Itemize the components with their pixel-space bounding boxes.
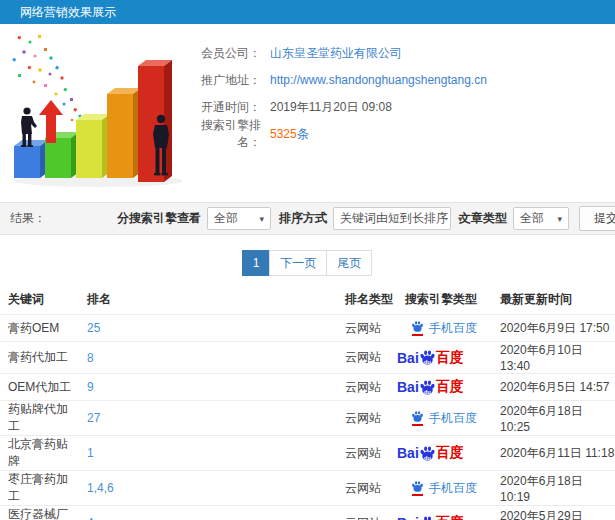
baidu-logo: Bai du 百度 <box>397 378 464 396</box>
updated-time-cell: 2020年6月18日 10:25 <box>492 401 615 436</box>
rank-cell[interactable]: 27 <box>79 401 337 436</box>
3d-bar-chart-illustration <box>4 30 182 190</box>
seo-rank-suffix: 条 <box>297 127 309 141</box>
field-promo-url: 推广地址： http://www.shandonghuangshengtang.… <box>185 67 615 93</box>
mobile-baidu-label: 手机百度 <box>429 410 477 427</box>
baidu-logo-cn-text: 百度 <box>436 349 464 367</box>
engine-type-cell: Bai du 百度 手机百度 <box>397 342 492 374</box>
header-updated: 最新更新时间 <box>492 285 615 315</box>
mobile-baidu-logo: 手机百度 <box>397 320 477 337</box>
page-number-current[interactable]: 1 <box>242 250 271 276</box>
rank-type-cell: 云网站 <box>337 342 397 374</box>
engine-filter-select[interactable]: 全部 ▾ <box>207 207 271 230</box>
baidu-paw-icon: du <box>419 515 436 520</box>
baidu-logo-du-text: du <box>424 359 431 365</box>
baidu-logo: Bai du 百度 <box>397 349 464 367</box>
engine-type-cell: Bai du 百度 手机百度 <box>397 471 492 506</box>
keyword-ranking-table: 关键词 排名 排名类型 搜索引擎类型 最新更新时间 膏药OEM 25 云网站 B… <box>0 285 615 520</box>
table-row: 膏药OEM 25 云网站 Bai du 百度 手机百度 2020年6月9日 17… <box>0 315 615 342</box>
keyword-cell: 北京膏药贴牌 <box>0 436 79 471</box>
mobile-baidu-paw-icon <box>411 410 424 426</box>
header-engine-type: 搜索引擎类型 <box>397 285 492 315</box>
keyword-cell: 枣庄膏药加工 <box>0 471 79 506</box>
sort-filter-label: 排序方式 <box>279 210 327 227</box>
submit-button[interactable]: 提交 <box>579 206 615 231</box>
rank-type-cell: 云网站 <box>337 374 397 401</box>
rank-type-cell: 云网站 <box>337 436 397 471</box>
keyword-cell: 膏药代加工 <box>0 342 79 374</box>
result-label: 结果： <box>10 210 46 227</box>
member-company-label: 会员公司： <box>185 45 261 62</box>
page-title: 网络营销效果展示 <box>20 5 116 19</box>
mobile-baidu-paw-icon <box>411 320 424 336</box>
updated-time-cell: 2020年5月29日 10:32 <box>492 506 615 520</box>
baidu-logo-bai-text: Bai <box>397 350 419 366</box>
baidu-logo-du-text: du <box>424 455 431 461</box>
chevron-down-icon: ▾ <box>547 214 562 224</box>
article-type-value: 全部 <box>520 210 544 227</box>
engine-type-cell: Bai du 百度 手机百度 <box>397 436 492 471</box>
member-info-section: 会员公司： 山东皇圣堂药业有限公司 推广地址： http://www.shand… <box>0 24 615 196</box>
rank-cell[interactable]: 9 <box>79 374 337 401</box>
engine-type-cell: Bai du 百度 手机百度 <box>397 374 492 401</box>
header-keyword: 关键词 <box>0 285 79 315</box>
rank-type-cell: 云网站 <box>337 506 397 520</box>
member-company-value[interactable]: 山东皇圣堂药业有限公司 <box>270 45 402 62</box>
promo-url-label: 推广地址： <box>185 72 261 89</box>
seo-rank-value[interactable]: 5325条 <box>270 126 309 143</box>
keyword-cell: 膏药OEM <box>0 315 79 342</box>
rank-cell[interactable]: 1 <box>79 436 337 471</box>
baidu-logo-bai-text: Bai <box>397 445 419 461</box>
engine-filter-label: 分搜索引擎查看 <box>117 210 201 227</box>
baidu-logo-cn-text: 百度 <box>436 514 464 520</box>
mobile-baidu-paw-icon <box>411 480 424 496</box>
field-seo-rank-count: 搜索引擎排名： 5325条 <box>185 121 615 147</box>
pagination: 1 下一页 尾页 <box>0 250 615 276</box>
seo-rank-label: 搜索引擎排名： <box>185 117 261 151</box>
rank-cell[interactable]: 8 <box>79 342 337 374</box>
rank-cell[interactable]: 4 <box>79 506 337 520</box>
baidu-paw-icon: du <box>419 349 436 366</box>
table-row: 医疗器械厂家 4 云网站 Bai du 百度 手机百度 2020年5月29日 1… <box>0 506 615 520</box>
member-info-fields: 会员公司： 山东皇圣堂药业有限公司 推广地址： http://www.shand… <box>185 30 615 196</box>
rank-type-cell: 云网站 <box>337 315 397 342</box>
mobile-baidu-label: 手机百度 <box>429 320 477 337</box>
rank-cell[interactable]: 1,4,6 <box>79 471 337 506</box>
bar-red <box>138 60 172 182</box>
keyword-cell: OEM代加工 <box>0 374 79 401</box>
table-header-row: 关键词 排名 排名类型 搜索引擎类型 最新更新时间 <box>0 285 615 315</box>
article-type-select[interactable]: 全部 ▾ <box>513 207 569 230</box>
baidu-paw-icon: du <box>419 379 436 396</box>
engine-type-cell: Bai du 百度 手机百度 <box>397 506 492 520</box>
open-time-label: 开通时间： <box>185 99 261 116</box>
next-page-button[interactable]: 下一页 <box>269 250 327 276</box>
baidu-logo-bai-text: Bai <box>397 379 419 395</box>
page-header: 网络营销效果展示 <box>0 0 615 24</box>
sort-filter-select[interactable]: 关键词由短到长排序 ▾ <box>333 207 451 230</box>
last-page-button[interactable]: 尾页 <box>326 250 372 276</box>
baidu-logo: Bai du 百度 <box>397 514 464 520</box>
article-type-label: 文章类型 <box>459 210 507 227</box>
baidu-paw-icon: du <box>419 445 436 462</box>
updated-time-cell: 2020年6月18日 10:19 <box>492 471 615 506</box>
filter-bar: 结果： 分搜索引擎查看 全部 ▾ 排序方式 关键词由短到长排序 ▾ 文章类型 全… <box>0 202 615 235</box>
baidu-logo-bai-text: Bai <box>397 515 419 520</box>
table-row: 枣庄膏药加工 1,4,6 云网站 Bai du 百度 手机百度 2020年6月1… <box>0 471 615 506</box>
baidu-logo: Bai du 百度 <box>397 444 464 462</box>
promo-bar-chart-image <box>0 30 185 190</box>
table-row: 药贴牌代加工 27 云网站 Bai du 百度 手机百度 2020年6月18日 … <box>0 401 615 436</box>
field-member-company: 会员公司： 山东皇圣堂药业有限公司 <box>185 40 615 66</box>
baidu-logo-cn-text: 百度 <box>436 378 464 396</box>
engine-filter-value: 全部 <box>214 210 238 227</box>
paw-underline <box>412 424 423 426</box>
header-rank-type: 排名类型 <box>337 285 397 315</box>
header-rank: 排名 <box>79 285 337 315</box>
bar-yellow <box>76 114 110 178</box>
updated-time-cell: 2020年6月11日 11:18 <box>492 436 615 471</box>
keyword-cell: 药贴牌代加工 <box>0 401 79 436</box>
promo-url-value[interactable]: http://www.shandonghuangshengtang.cn <box>270 73 487 87</box>
mobile-baidu-label: 手机百度 <box>429 480 477 497</box>
sort-filter-value: 关键词由短到长排序 <box>340 210 448 227</box>
rank-cell[interactable]: 25 <box>79 315 337 342</box>
updated-time-cell: 2020年6月5日 14:57 <box>492 374 615 401</box>
